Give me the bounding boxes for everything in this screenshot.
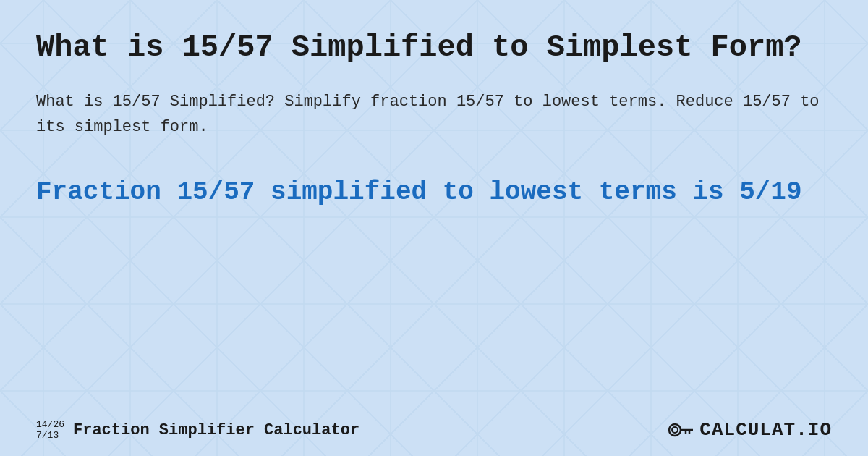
result-section: Fraction 15/57 simplified to lowest term… [36, 176, 832, 210]
footer-brand: Fraction Simplifier Calculator [73, 421, 359, 439]
brand-logo: CALCULAT.IO [699, 419, 832, 441]
key-icon [668, 420, 694, 440]
fraction-stack: 14/26 7/13 [36, 419, 64, 442]
page-title: What is 15/57 Simplified to Simplest For… [36, 29, 832, 67]
result-title: Fraction 15/57 simplified to lowest term… [36, 176, 832, 210]
fraction-top: 14/26 [36, 419, 64, 431]
footer-right: CALCULAT.IO [668, 419, 832, 441]
svg-point-7 [672, 427, 678, 433]
fraction-bottom: 7/13 [36, 430, 64, 442]
footer: 14/26 7/13 Fraction Simplifier Calculato… [36, 419, 832, 442]
footer-left: 14/26 7/13 Fraction Simplifier Calculato… [36, 419, 359, 442]
svg-point-6 [669, 424, 681, 436]
description-text: What is 15/57 Simplified? Simplify fract… [36, 89, 832, 140]
